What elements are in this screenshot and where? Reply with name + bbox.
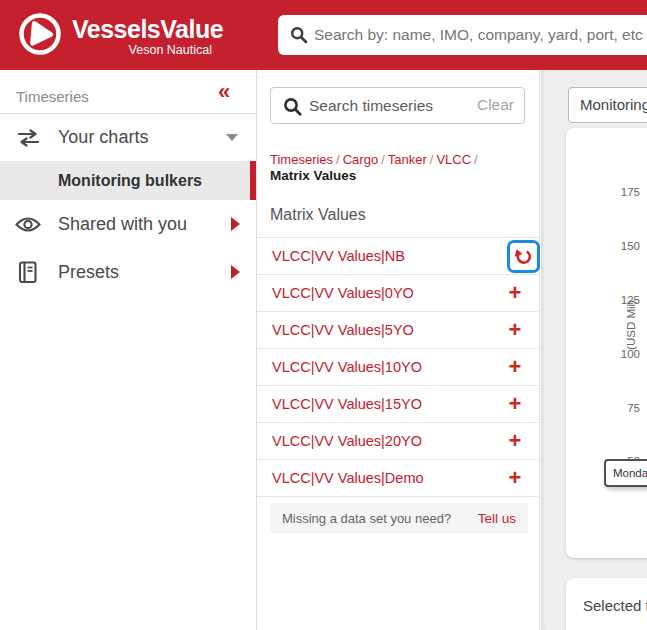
timeseries-search-input[interactable] xyxy=(309,88,469,123)
timeseries-link[interactable]: VLCC|VV Values|0YO xyxy=(272,285,504,301)
sidebar-item-presets[interactable]: Presets xyxy=(0,248,256,296)
sidebar-item-label: Shared with you xyxy=(58,214,187,235)
collapse-sidebar-button[interactable]: « xyxy=(218,81,228,103)
timeseries-row: VLCC|VV Values|Demo + xyxy=(257,460,539,497)
breadcrumb-link-vlcc[interactable]: VLCC xyxy=(436,152,471,167)
undo-add-button[interactable] xyxy=(507,240,540,273)
chevron-right-icon xyxy=(231,217,240,231)
breadcrumb-link-timeseries[interactable]: Timeseries xyxy=(270,152,333,167)
chevron-down-icon xyxy=(226,134,238,141)
missing-dataset-text: Missing a data set you need? xyxy=(282,511,478,526)
sidebar-item-your-charts[interactable]: Your charts xyxy=(0,114,256,161)
sidebar-item-label: Monitoring bulkers xyxy=(58,172,202,190)
section-title: Matrix Values xyxy=(270,206,366,224)
global-search xyxy=(278,15,647,55)
breadcrumb-separator: / xyxy=(474,152,478,167)
timeseries-row: VLCC|VV Values|0YO + xyxy=(257,275,539,312)
breadcrumb-link-cargo[interactable]: Cargo xyxy=(343,152,378,167)
brand-subtitle: Veson Nautical xyxy=(72,43,212,57)
collapse-chevrons-icon: « xyxy=(218,79,228,104)
selected-timeseries-title: Selected t xyxy=(583,597,647,614)
timeseries-search: Clear xyxy=(270,87,525,124)
plus-icon: + xyxy=(509,391,522,416)
brand-name: VesselsValue xyxy=(72,16,212,42)
timeseries-link[interactable]: VLCC|VV Values|10YO xyxy=(272,359,504,375)
sidebar-title: Timeseries xyxy=(16,88,89,105)
sidebar-item-label: Presets xyxy=(58,262,119,283)
clear-button[interactable]: Clear xyxy=(477,96,514,114)
undo-icon xyxy=(512,244,536,268)
breadcrumb-link-tanker[interactable]: Tanker xyxy=(388,152,427,167)
timeseries-link[interactable]: VLCC|VV Values|15YO xyxy=(272,396,504,412)
app-header: VesselsValue Veson Nautical xyxy=(0,0,647,70)
brand-block: VesselsValue Veson Nautical xyxy=(72,16,212,57)
timeseries-link[interactable]: VLCC|VV Values|5YO xyxy=(272,322,504,338)
y-axis-tick: 175 xyxy=(604,186,640,198)
timeseries-link[interactable]: VLCC|VV Values|NB xyxy=(272,248,507,264)
add-timeseries-button[interactable]: + xyxy=(504,283,526,303)
sidebar-item-shared-with-you[interactable]: Shared with you xyxy=(0,200,256,248)
sidebar-item-monitoring-bulkers[interactable]: Monitoring bulkers xyxy=(0,161,256,200)
chart-card: 175 150 125 100 75 50 (USD Mil) Monda xyxy=(566,128,647,558)
selected-timeseries-card: Selected t xyxy=(566,578,647,630)
breadcrumb-separator: / xyxy=(430,152,434,167)
sidebar: Timeseries « Your charts Monitoring bulk… xyxy=(0,70,257,630)
sidebar-item-label: Your charts xyxy=(58,127,148,148)
breadcrumb-separator: / xyxy=(381,152,385,167)
timeseries-row: VLCC|VV Values|NB xyxy=(257,238,539,275)
chart-tooltip: Monda xyxy=(604,459,647,487)
tell-us-link[interactable]: Tell us xyxy=(478,511,516,526)
book-icon xyxy=(17,260,39,289)
timeseries-list: VLCC|VV Values|NB VLCC|VV Values|0YO + V… xyxy=(257,237,539,497)
timeseries-row: VLCC|VV Values|20YO + xyxy=(257,423,539,460)
add-timeseries-button[interactable]: + xyxy=(504,357,526,377)
breadcrumb: Timeseries/Cargo/Tanker/VLCC/ Matrix Val… xyxy=(270,152,532,183)
global-search-input[interactable] xyxy=(314,15,644,55)
chevron-right-icon xyxy=(231,265,240,279)
breadcrumb-separator: / xyxy=(336,152,340,167)
plus-icon: + xyxy=(509,465,522,490)
timeseries-row: VLCC|VV Values|15YO + xyxy=(257,386,539,423)
chart-selector[interactable]: Monitoring xyxy=(568,87,647,123)
vesselsvalue-logo-icon xyxy=(18,12,62,56)
timeseries-panel: Clear Timeseries/Cargo/Tanker/VLCC/ Matr… xyxy=(257,70,540,630)
y-axis-tick: 75 xyxy=(604,402,640,414)
timeseries-row: VLCC|VV Values|10YO + xyxy=(257,349,539,386)
y-axis-label: (USD Mil) xyxy=(625,300,637,350)
search-icon xyxy=(283,97,303,117)
timeseries-link[interactable]: VLCC|VV Values|Demo xyxy=(272,470,504,486)
add-timeseries-button[interactable]: + xyxy=(504,468,526,488)
breadcrumb-current: Matrix Values xyxy=(270,168,532,183)
add-timeseries-button[interactable]: + xyxy=(504,394,526,414)
plus-icon: + xyxy=(509,317,522,342)
chart-panel: Monitoring 175 150 125 100 75 50 (USD Mi… xyxy=(541,70,647,630)
vesselsvalue-logo[interactable] xyxy=(18,12,62,56)
plus-icon: + xyxy=(509,354,522,379)
y-axis-tick: 150 xyxy=(604,240,640,252)
missing-dataset-note: Missing a data set you need? Tell us xyxy=(270,503,528,533)
timeseries-row: VLCC|VV Values|5YO + xyxy=(257,312,539,349)
app-root: VesselsValue Veson Nautical Timeseries « xyxy=(0,0,647,630)
plus-icon: + xyxy=(509,280,522,305)
search-icon xyxy=(290,26,308,44)
eye-icon xyxy=(14,215,42,238)
timeseries-link[interactable]: VLCC|VV Values|20YO xyxy=(272,433,504,449)
add-timeseries-button[interactable]: + xyxy=(504,320,526,340)
add-timeseries-button[interactable]: + xyxy=(504,431,526,451)
swap-arrows-icon xyxy=(16,129,41,151)
active-indicator xyxy=(250,161,256,200)
plus-icon: + xyxy=(509,428,522,453)
